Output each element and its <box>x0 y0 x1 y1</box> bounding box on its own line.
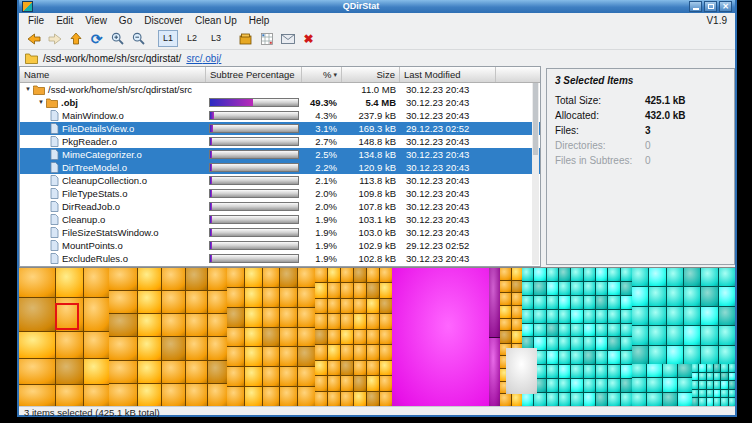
treemap-cell[interactable] <box>354 299 366 313</box>
menu-help[interactable]: Help <box>243 13 276 28</box>
treemap-cell[interactable] <box>227 288 244 307</box>
treemap-cell[interactable] <box>729 398 735 406</box>
treemap-cell[interactable] <box>380 392 392 406</box>
treemap-cell[interactable] <box>692 398 698 406</box>
column-header-last-modified[interactable]: Last Modified <box>400 67 496 82</box>
treemap-cell[interactable] <box>512 331 523 343</box>
treemap-cell[interactable] <box>608 296 619 309</box>
treemap-cell[interactable] <box>354 314 366 328</box>
treemap-cell[interactable] <box>729 364 735 372</box>
treemap-cell[interactable] <box>649 268 665 286</box>
treemap-cell[interactable] <box>701 346 717 364</box>
treemap-cell[interactable] <box>380 314 392 328</box>
treemap-cell[interactable] <box>714 398 720 406</box>
treemap-cell[interactable] <box>162 361 185 383</box>
treemap-cell[interactable] <box>547 365 558 378</box>
treemap-cell[interactable] <box>571 310 582 323</box>
menu-clean-up[interactable]: Clean Up <box>189 13 243 28</box>
menu-edit[interactable]: Edit <box>50 13 79 28</box>
treemap-cell[interactable] <box>245 328 262 347</box>
treemap-cell[interactable] <box>500 281 511 293</box>
treemap-cell[interactable] <box>534 296 545 309</box>
treemap-cell[interactable] <box>678 393 692 406</box>
treemap-cell[interactable] <box>719 287 735 305</box>
treemap-cell[interactable] <box>245 387 262 406</box>
treemap-cell[interactable] <box>667 346 683 364</box>
treemap-cell[interactable] <box>341 361 353 375</box>
treemap-region-magenta2[interactable] <box>489 268 500 406</box>
treemap-cell[interactable] <box>584 337 595 350</box>
up-button[interactable] <box>67 30 84 48</box>
treemap-cell[interactable] <box>354 330 366 344</box>
back-button[interactable] <box>25 30 42 48</box>
treemap-cell[interactable] <box>138 361 161 383</box>
treemap-cell[interactable] <box>227 347 244 366</box>
mail-button[interactable] <box>279 30 296 48</box>
table-row[interactable]: PkgReader.o2.7%148.8 kB30.12.23 20:43 <box>20 135 540 148</box>
treemap-cell[interactable] <box>571 393 582 406</box>
treemap-cell[interactable] <box>500 306 511 318</box>
treemap-cell[interactable] <box>584 351 595 364</box>
treemap-cell[interactable] <box>596 296 607 309</box>
treemap-region-cyan[interactable] <box>632 364 692 406</box>
treemap-cell[interactable] <box>341 345 353 359</box>
treemap-cell[interactable] <box>534 393 545 406</box>
forward-button[interactable] <box>46 30 63 48</box>
treemap-cell[interactable] <box>649 326 665 344</box>
treemap-cell[interactable] <box>380 283 392 297</box>
treemap-cell[interactable] <box>621 268 632 281</box>
expander-icon[interactable]: ▼ <box>23 83 33 96</box>
treemap-region-cyan[interactable] <box>522 268 632 406</box>
treemap-cell[interactable] <box>721 364 727 372</box>
treemap-cell[interactable] <box>647 393 661 406</box>
treemap-cell[interactable] <box>707 364 713 372</box>
treemap-cell[interactable] <box>621 351 632 364</box>
treemap-cell[interactable] <box>19 332 55 359</box>
column-header-size[interactable]: Size <box>342 67 400 82</box>
treemap-cell[interactable] <box>328 330 340 344</box>
treemap-cell[interactable] <box>367 376 379 390</box>
treemap-cell[interactable] <box>162 291 185 313</box>
treemap-cell[interactable] <box>584 365 595 378</box>
expander-icon[interactable]: ▼ <box>36 96 46 109</box>
treemap-cell[interactable] <box>280 288 297 307</box>
treemap-cell[interactable] <box>208 384 227 406</box>
treemap-cell[interactable] <box>547 337 558 350</box>
treemap-cell[interactable] <box>559 351 570 364</box>
table-row[interactable]: ▼/ssd-work/home/sh/src/qdirstat/src11.0 … <box>20 83 540 96</box>
treemap-cell[interactable] <box>341 268 353 282</box>
treemap-cell[interactable] <box>596 268 607 281</box>
reload-button[interactable]: ⟳ <box>88 30 105 48</box>
treemap-cell[interactable] <box>298 328 315 347</box>
table-row[interactable]: FileDetailsView.o3.1%169.3 kB29.12.23 02… <box>20 122 540 135</box>
treemap-cell[interactable] <box>280 367 297 386</box>
treemap[interactable] <box>19 267 735 406</box>
treemap-cell[interactable] <box>714 373 720 381</box>
treemap-region-orange[interactable] <box>227 268 315 406</box>
treemap-cell[interactable] <box>721 398 727 406</box>
treemap-cell[interactable] <box>534 282 545 295</box>
treemap-cell[interactable] <box>298 288 315 307</box>
treemap-cell[interactable] <box>701 287 717 305</box>
treemap-cell[interactable] <box>571 379 582 392</box>
treemap-cell[interactable] <box>714 364 720 372</box>
treemap-region-orange[interactable] <box>315 268 392 406</box>
treemap-cell[interactable] <box>667 287 683 305</box>
treemap-cell[interactable] <box>380 299 392 313</box>
treemap-cell[interactable] <box>719 346 735 364</box>
treemap-cell[interactable] <box>584 296 595 309</box>
treemap-cell[interactable] <box>584 268 595 281</box>
treemap-cell[interactable] <box>699 390 705 398</box>
treemap-cell[interactable] <box>621 296 632 309</box>
treemap-cell[interactable] <box>109 268 137 290</box>
treemap-cell[interactable] <box>608 310 619 323</box>
breadcrumb-link[interactable]: src/ <box>186 53 202 64</box>
treemap-cell[interactable] <box>328 376 340 390</box>
treemap-cell[interactable] <box>547 324 558 337</box>
treemap-cell[interactable] <box>186 314 207 336</box>
treemap-cell[interactable] <box>263 328 280 347</box>
table-row[interactable]: MountPoints.o1.9%102.9 kB29.12.23 02:52 <box>20 239 540 252</box>
menu-go[interactable]: Go <box>113 13 138 28</box>
treemap-cell[interactable] <box>109 314 137 336</box>
treemap-cell[interactable] <box>701 326 717 344</box>
